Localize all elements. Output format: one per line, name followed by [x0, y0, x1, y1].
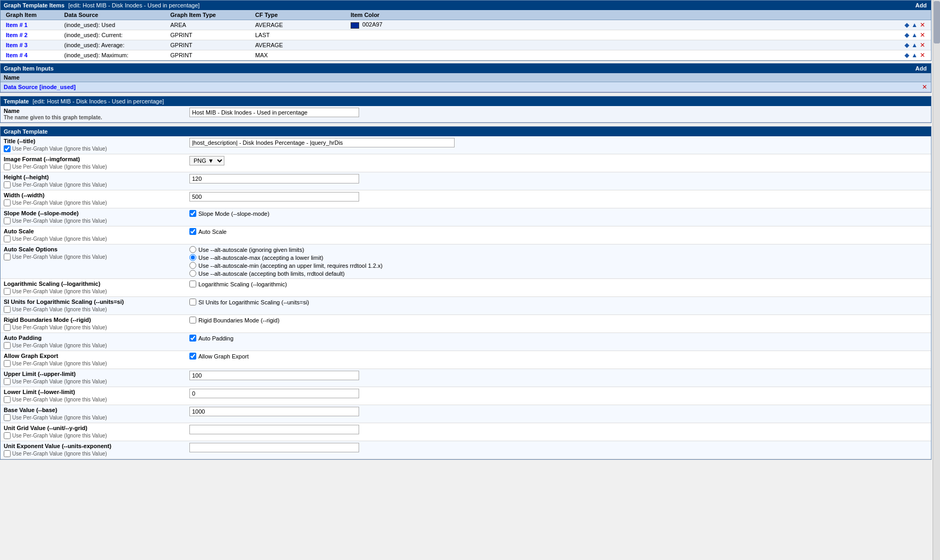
unit-exponent-input[interactable]: [189, 443, 359, 452]
delete-icon-1[interactable]: ✕: [919, 21, 926, 29]
auto-padding-checkbox-label: Use Per-Graph Value (Ignore this Value): [12, 343, 107, 348]
height-per-graph-checkbox[interactable]: [4, 181, 11, 188]
allow-graph-export-control-checkbox[interactable]: [189, 353, 196, 360]
upper-limit-input[interactable]: [189, 371, 359, 380]
rigid-boundaries-control-checkbox[interactable]: [189, 317, 196, 323]
base-value-input[interactable]: [189, 407, 359, 416]
copy-icon-1[interactable]: ◆: [904, 21, 910, 29]
delete-icon-3[interactable]: ✕: [919, 41, 926, 49]
rigid-boundaries-checkbox-label: Use Per-Graph Value (Ignore this Value): [12, 325, 107, 330]
form-row-rigid-boundaries: Rigid Boundaries Mode (--rigid) Use Per-…: [1, 315, 931, 333]
lower-limit-per-graph-checkbox[interactable]: [4, 396, 11, 403]
template-name-label: Name: [4, 108, 189, 114]
si-units-per-graph-checkbox[interactable]: [4, 306, 11, 313]
copy-icon-3[interactable]: ◆: [904, 41, 910, 49]
base-value-checkbox-label: Use Per-Graph Value (Ignore this Value): [12, 415, 107, 421]
form-row-lower-limit: Lower Limit (--lower-limit) Use Per-Grap…: [1, 387, 931, 405]
copy-icon-4[interactable]: ◆: [904, 51, 910, 59]
auto-scale-option-0: Use --alt-autoscale (ignoring given limi…: [189, 246, 382, 253]
radio-alt-autoscale-both[interactable]: [189, 270, 196, 277]
remove-input-icon-1[interactable]: ✕: [921, 83, 928, 91]
radio-alt-autoscale[interactable]: [189, 246, 196, 253]
upper-limit-per-graph-checkbox[interactable]: [4, 378, 11, 385]
rigid-boundaries-checkbox-row: Use Per-Graph Value (Ignore this Value): [4, 324, 184, 331]
si-units-control-label: SI Units for Logarithmic Scaling (--unit…: [198, 299, 309, 305]
rigid-boundaries-label: Rigid Boundaries Mode (--rigid): [4, 317, 184, 323]
unit-grid-value-input[interactable]: [189, 425, 359, 434]
cftype-cell-4: MAX: [253, 51, 349, 59]
up-arrow-icon-3[interactable]: ▲: [911, 41, 918, 49]
datasource-link-1[interactable]: Data Source [inode_used]: [4, 84, 76, 90]
up-arrow-icon-1[interactable]: ▲: [911, 21, 918, 29]
unit-grid-value-per-graph-checkbox[interactable]: [4, 432, 11, 439]
slope-mode-control-checkbox[interactable]: [189, 210, 196, 217]
auto-scale-control-checkbox[interactable]: [189, 228, 196, 235]
form-row-auto-scale-options: Auto Scale Options Use Per-Graph Value (…: [1, 244, 931, 279]
allow-graph-export-label: Allow Graph Export: [4, 353, 184, 359]
col-header-name: Name: [4, 74, 163, 81]
title-checkbox-label: Use Per-Graph Value (Ignore this Value): [12, 146, 107, 152]
image-format-per-graph-checkbox[interactable]: [4, 163, 11, 170]
up-arrow-icon-2[interactable]: ▲: [911, 31, 918, 39]
datasource-cell-1: (inode_used): Used: [62, 21, 168, 29]
itemcolor-cell-4: [349, 55, 433, 56]
template-section-header: Template [edit: Host MIB - Disk Inodes -…: [1, 97, 931, 106]
graph-template-items-header: Graph Template Items [edit: Host MIB - D…: [1, 1, 931, 10]
height-checkbox-row: Use Per-Graph Value (Ignore this Value): [4, 181, 184, 188]
scrollbar-thumb[interactable]: [934, 1, 940, 43]
auto-scale-options-checkbox-row: Use Per-Graph Value (Ignore this Value): [4, 253, 184, 260]
copy-icon-2[interactable]: ◆: [904, 31, 910, 39]
form-row-title: Title (--title) Use Per-Graph Value (Ign…: [1, 136, 931, 154]
image-format-checkbox-label: Use Per-Graph Value (Ignore this Value): [12, 164, 107, 170]
cftype-cell-2: LAST: [253, 31, 349, 39]
col-header-graph-item: Graph Item: [4, 11, 62, 19]
allow-graph-export-per-graph-checkbox[interactable]: [4, 360, 11, 367]
auto-padding-control-checkbox[interactable]: [189, 335, 196, 342]
template-section: Template [edit: Host MIB - Disk Inodes -…: [0, 96, 932, 123]
title-per-graph-checkbox[interactable]: [4, 145, 11, 152]
slope-mode-label: Slope Mode (--slope-mode): [4, 210, 184, 216]
base-value-per-graph-checkbox[interactable]: [4, 414, 11, 421]
row-actions-2: ◆ ▲ ✕: [433, 31, 928, 39]
auto-scale-options-label: Auto Scale Options: [4, 246, 184, 252]
radio-alt-autoscale-min[interactable]: [189, 262, 196, 269]
lower-limit-input[interactable]: [189, 389, 359, 398]
form-row-image-format: Image Format (--imgformat) Use Per-Graph…: [1, 154, 931, 172]
logarithmic-control-label: Logarithmic Scaling (--logarithmic): [198, 281, 287, 287]
graph-template-items-add-button[interactable]: Add: [915, 2, 928, 8]
auto-padding-per-graph-checkbox[interactable]: [4, 342, 11, 349]
radio-alt-autoscale-max[interactable]: [189, 254, 196, 261]
up-arrow-icon-4[interactable]: ▲: [911, 51, 918, 59]
width-input[interactable]: [189, 192, 359, 202]
datasource-cell-4: (inode_used): Maximum:: [62, 51, 168, 59]
graph-item-inputs-add-button[interactable]: Add: [915, 65, 928, 72]
auto-scale-per-graph-checkbox[interactable]: [4, 235, 11, 242]
form-row-upper-limit: Upper Limit (--upper-limit) Use Per-Grap…: [1, 369, 931, 387]
allow-graph-export-checkbox-row: Use Per-Graph Value (Ignore this Value): [4, 360, 184, 367]
title-input[interactable]: [189, 138, 455, 147]
delete-icon-4[interactable]: ✕: [919, 51, 926, 59]
logarithmic-control-checkbox[interactable]: [189, 281, 196, 287]
delete-icon-2[interactable]: ✕: [919, 31, 926, 39]
si-units-control-checkbox[interactable]: [189, 299, 196, 305]
unit-exponent-per-graph-checkbox[interactable]: [4, 450, 11, 457]
col-header-item-color: Item Color: [349, 11, 433, 19]
auto-scale-options-per-graph-checkbox[interactable]: [4, 253, 11, 260]
input-row-1: Data Source [inode_used] ✕: [1, 82, 931, 92]
slope-mode-per-graph-checkbox[interactable]: [4, 217, 11, 224]
base-value-checkbox-row: Use Per-Graph Value (Ignore this Value): [4, 414, 184, 421]
table-row: Item # 4 (inode_used): Maximum: GPRINT M…: [1, 50, 931, 60]
item-link-4[interactable]: Item # 4: [6, 52, 28, 58]
logarithmic-checkbox-label: Use Per-Graph Value (Ignore this Value): [12, 288, 107, 294]
item-link-1[interactable]: Item # 1: [6, 22, 28, 28]
rigid-boundaries-per-graph-checkbox[interactable]: [4, 324, 11, 331]
item-link-3[interactable]: Item # 3: [6, 42, 28, 48]
width-per-graph-checkbox[interactable]: [4, 199, 11, 206]
template-name-input[interactable]: [189, 108, 359, 117]
lower-limit-checkbox-row: Use Per-Graph Value (Ignore this Value): [4, 396, 184, 403]
item-link-2[interactable]: Item # 2: [6, 32, 28, 38]
form-row-height: Height (--height) Use Per-Graph Value (I…: [1, 172, 931, 190]
logarithmic-per-graph-checkbox[interactable]: [4, 288, 11, 295]
image-format-select[interactable]: PNG ▼: [189, 156, 224, 165]
height-input[interactable]: [189, 174, 359, 183]
